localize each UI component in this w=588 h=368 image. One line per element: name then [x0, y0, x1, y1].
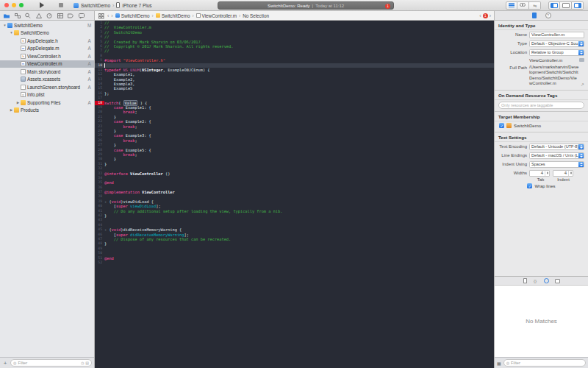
- disclosure-triangle-icon[interactable]: ▼: [9, 31, 14, 35]
- file-tree-item-supporting-files[interactable]: ▶Supporting FilesA: [0, 99, 94, 107]
- indent-width-stepper[interactable]: 4: [553, 170, 573, 177]
- go-back-button[interactable]: ‹: [107, 13, 109, 18]
- navigator-filter-field[interactable]: ◎ Filter ◷ ▤: [10, 359, 92, 367]
- code-line-52[interactable]: 52: [95, 261, 494, 265]
- issue-navigator-icon[interactable]: [35, 13, 43, 19]
- device-icon: [116, 2, 120, 8]
- stepper-arrows-icon[interactable]: [545, 171, 549, 176]
- project-navigator-icon[interactable]: [3, 13, 10, 19]
- target-checkbox[interactable]: ✓: [499, 123, 504, 128]
- go-forward-button[interactable]: ›: [111, 13, 112, 18]
- standard-editor-icon: [509, 3, 514, 7]
- breadcrumb-file-icon: [196, 13, 201, 18]
- toggle-navigator-button[interactable]: [548, 1, 560, 10]
- tab-width-stepper[interactable]: 4: [529, 170, 550, 177]
- disclosure-triangle-icon[interactable]: ▼: [2, 24, 7, 27]
- editor-mode-control: ⇆: [506, 1, 541, 10]
- file-tree-item-appdelegate-m[interactable]: AppDelegate.mA: [0, 45, 94, 53]
- disclosure-triangle-icon[interactable]: ▶: [15, 101, 21, 105]
- quick-help-tab-icon[interactable]: ?: [545, 13, 551, 18]
- file-tree-item-main-storyboard[interactable]: Main.storyboardA: [0, 68, 94, 76]
- file-tree-item-viewcontroller-m[interactable]: ViewController.mA: [0, 60, 94, 68]
- standard-editor-button[interactable]: [506, 1, 517, 10]
- file-tree-item-products[interactable]: ▶Products: [0, 107, 94, 115]
- odr-section-header: On Demand Resource Tags: [495, 90, 588, 100]
- next-issue-button[interactable]: ›: [490, 13, 491, 18]
- breadcrumb-item[interactable]: SwitchItDemo: [115, 13, 150, 18]
- disclosure-triangle-icon[interactable]: ▶: [9, 108, 14, 112]
- minimize-window-button[interactable]: [12, 3, 16, 7]
- file-inspector-tab-icon[interactable]: [532, 13, 537, 18]
- close-window-button[interactable]: [4, 3, 9, 7]
- text-encoding-popup[interactable]: Default - Unicode (UTF-8): [529, 144, 584, 150]
- breadcrumb-item[interactable]: SwitchItDemo: [156, 13, 190, 18]
- popup-arrows-icon: [578, 49, 584, 56]
- file-tree-item-viewcontroller-h[interactable]: ViewController.hA: [0, 52, 94, 60]
- filter-icon: ◎: [506, 361, 509, 365]
- text-encoding-label: Text Encoding: [495, 144, 527, 149]
- find-navigator-icon[interactable]: [24, 13, 32, 19]
- source-editor[interactable]: 1//2// ViewController.m3// SwitchItDemo4…: [95, 21, 494, 368]
- report-navigator-icon[interactable]: [78, 13, 85, 19]
- play-icon: [40, 2, 44, 8]
- stop-button[interactable]: [54, 1, 68, 10]
- source-control-status: A: [86, 54, 93, 59]
- stepper-arrows-icon[interactable]: [568, 171, 573, 176]
- source-control-status: A: [86, 38, 93, 43]
- target-membership-header: Target Membership: [495, 111, 588, 121]
- file-tree-item-switchitdemo[interactable]: ▼SwitchItDemo: [0, 29, 94, 38]
- file-tree-item-info-plist[interactable]: Info.plist: [0, 91, 94, 99]
- popup-arrows-icon: [578, 144, 584, 150]
- toggle-debug-area-button[interactable]: [560, 1, 572, 10]
- xcassets-icon: [21, 77, 26, 82]
- wrap-lines-checkbox[interactable]: ✓: [527, 183, 532, 188]
- name-label: Name: [495, 32, 527, 37]
- unsaved-files-icon[interactable]: ▤: [85, 361, 89, 365]
- file-tree-item-assets-xcassets[interactable]: Assets.xcassetsA: [0, 76, 94, 84]
- test-navigator-icon[interactable]: [46, 13, 53, 19]
- location-popup[interactable]: Relative to Group: [529, 49, 584, 56]
- indent-using-popup[interactable]: Spaces: [529, 161, 584, 168]
- full-path-label: Full Path: [495, 66, 527, 70]
- version-editor-icon: ⇆: [533, 3, 536, 8]
- related-items-icon[interactable]: [98, 13, 105, 19]
- line-number[interactable]: 52: [95, 261, 104, 265]
- version-editor-button[interactable]: ⇆: [529, 1, 541, 10]
- debug-panel-icon: [562, 3, 570, 8]
- zoom-window-button[interactable]: [19, 3, 24, 7]
- file-tree-item-launchscreen-storyboard[interactable]: LaunchScreen.storyboardA: [0, 83, 94, 91]
- name-field[interactable]: ViewController.m: [529, 32, 584, 38]
- breadcrumb-item[interactable]: ViewController.m: [196, 13, 237, 18]
- error-count-badge[interactable]: 1: [385, 4, 390, 9]
- reveal-in-finder-icon[interactable]: ↗: [581, 82, 584, 87]
- source-control-status: A: [86, 69, 93, 74]
- symbol-navigator-icon[interactable]: [14, 13, 21, 19]
- previous-issue-button[interactable]: ‹: [479, 13, 481, 18]
- scheme-selector[interactable]: SwitchItDemo › iPhone 7 Plus: [74, 2, 152, 8]
- assistant-editor-button[interactable]: [517, 1, 529, 10]
- breakpoint-navigator-icon[interactable]: [67, 13, 74, 19]
- file-tree-item-appdelegate-h[interactable]: AppDelegate.hA: [0, 37, 94, 45]
- toggle-inspector-button[interactable]: [572, 1, 584, 10]
- type-label: Type: [495, 41, 527, 46]
- library-filter-field[interactable]: ◎ Filter: [503, 359, 586, 367]
- breadcrumb-item[interactable]: No Selection: [243, 13, 269, 18]
- filter-icon: ◎: [13, 361, 16, 365]
- media-library-icon[interactable]: [555, 279, 560, 283]
- debug-navigator-icon[interactable]: [57, 13, 64, 19]
- object-library-icon[interactable]: [544, 278, 549, 283]
- run-button[interactable]: [35, 1, 49, 10]
- recent-files-icon[interactable]: ◷: [81, 361, 84, 365]
- file-tree-item-switchitdemo[interactable]: ▼SwitchItDemoM: [0, 21, 94, 29]
- file-h-icon: [21, 38, 26, 43]
- library-grid-view-icon[interactable]: ▦: [497, 361, 501, 366]
- type-popup[interactable]: Default - Objective-C Sou...: [529, 40, 584, 47]
- breadcrumb-separator: ›: [152, 13, 154, 18]
- line-endings-popup[interactable]: Default - macOS / Unix (LF): [529, 152, 584, 159]
- choose-location-folder-icon[interactable]: [579, 58, 584, 62]
- add-file-button[interactable]: +: [2, 360, 8, 367]
- issue-count-badge[interactable]: 1: [483, 13, 488, 18]
- odr-tags-field[interactable]: Only resources are taggable: [498, 102, 584, 109]
- file-template-library-icon[interactable]: [523, 278, 527, 283]
- code-snippet-library-icon[interactable]: {}: [533, 278, 538, 283]
